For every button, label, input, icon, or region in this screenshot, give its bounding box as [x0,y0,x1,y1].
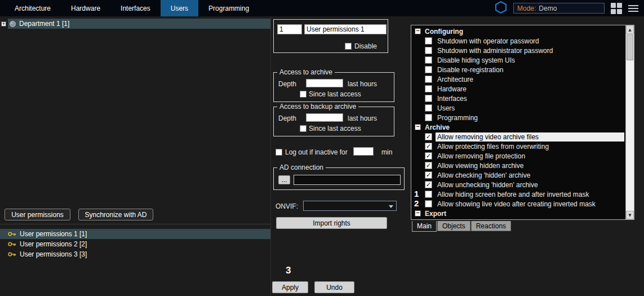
scroll-up-icon[interactable]: ▲ [626,25,634,34]
rights-item-label[interactable]: Programming [436,113,479,122]
rights-checkbox[interactable] [425,66,432,73]
rights-item-row: ✓Allow checking 'hidden' archive [411,170,625,180]
tab-programming[interactable]: Programming [198,0,259,16]
rights-item-label[interactable]: Shutdown with administrator password [436,46,554,55]
layout-grid-icon[interactable] [611,3,622,14]
rights-checkbox[interactable]: ✓ [425,181,432,188]
tab-interfaces[interactable]: Interfaces [110,0,161,16]
rights-item-row: ✓Allow removing file protection [411,151,625,161]
annotation-3: 3 [286,265,291,276]
permission-list-item[interactable]: User permissions 2 [2] [0,239,270,249]
disable-label: Disable [354,42,377,50]
onvif-dropdown[interactable] [303,201,397,211]
rights-checkbox[interactable]: ✓ [425,162,432,169]
tree-row-department[interactable]: + Department 1 [1] [0,19,270,29]
annotation-marker: 1 [414,189,419,198]
undo-button[interactable]: Undo [314,281,354,293]
rights-tab-reactions[interactable]: Reactions [471,221,511,231]
rights-checkbox[interactable] [425,191,432,198]
rights-item-label[interactable]: Hardware [436,85,468,94]
ad-connection-input[interactable] [294,175,401,185]
archive-since-checkbox[interactable] [300,91,307,98]
archive-since-label: Since last access [309,90,361,98]
import-rights-button[interactable]: Import rights [276,217,387,229]
rights-tab-main[interactable]: Main [412,221,437,232]
backup-depth-input[interactable] [306,113,343,122]
rights-checkbox[interactable] [425,47,432,54]
logout-minutes-input[interactable] [353,147,374,156]
rights-item-label[interactable]: Allow showing live video after creating … [436,200,597,209]
rights-item-label[interactable]: Shutdown with operator password [436,37,541,46]
apply-button[interactable]: Apply [272,281,308,293]
mode-value: Demo [539,5,557,12]
department-icon [9,20,16,28]
rights-checkbox[interactable] [425,85,432,92]
logout-inactive-checkbox[interactable] [276,149,282,156]
synchronize-with-ad-button[interactable]: Synchronize with AD [78,209,153,220]
backup-depth-label: Depth [278,114,296,122]
rights-item-label[interactable]: Interfaces [436,94,469,103]
expand-toggle-icon[interactable]: − [415,28,421,34]
mode-label: Mode: [517,5,536,12]
rights-item-label[interactable]: Allow viewing hidden archive [436,161,525,170]
expand-toggle-icon[interactable]: − [415,210,421,217]
rights-item-label[interactable]: Allow protecting files from overwriting [436,142,550,151]
logout-inactive-label: Log out if inactive for [285,148,348,156]
vertical-scrollbar[interactable]: ▲ ▼ [625,25,634,219]
rights-checkbox[interactable] [425,76,432,83]
tab-architecture[interactable]: Architecture [5,0,61,16]
access-to-backup-archive-group: Access to backup archive Depth last hour… [273,107,394,136]
scrollbar-thumb[interactable] [627,34,633,60]
rights-checkbox[interactable]: ✓ [425,143,432,150]
department-selection[interactable]: Department 1 [1] [8,19,270,29]
rights-checkbox[interactable] [425,95,432,102]
user-permissions-button[interactable]: User permissions [5,209,70,220]
scroll-down-icon[interactable]: ▼ [626,211,634,219]
rights-checkbox[interactable] [425,104,432,112]
rights-checkbox[interactable] [425,200,432,207]
backup-since-checkbox[interactable] [300,125,307,132]
rights-checkbox[interactable] [425,37,432,45]
permission-editor-panel: Disable Access to archive Depth last hou… [271,16,410,296]
rights-item-label[interactable]: Disable hiding system UIs [436,56,517,65]
mode-status-box: Mode: Demo [513,3,605,14]
rights-item-label[interactable]: Allow removing video archive files [436,132,624,142]
backup-unit-label: last hours [348,114,377,122]
rights-tab-objects[interactable]: Objects [437,221,470,231]
archive-depth-input[interactable] [306,79,343,87]
id-input[interactable] [277,24,302,34]
name-input[interactable] [304,24,387,34]
rights-item-label[interactable]: Architecture [436,75,475,84]
backup-group-title: Access to backup archive [277,103,358,111]
topbar-tabs: ArchitectureHardwareInterfacesUsersProgr… [5,0,259,16]
tab-users[interactable]: Users [161,0,198,16]
permission-list-item[interactable]: User permissions 1 [1] [0,229,270,239]
expand-plus-icon[interactable]: + [1,21,6,26]
rights-checkbox[interactable] [425,56,432,64]
archive-unit-label: last hours [348,80,377,88]
expand-toggle-icon[interactable]: − [415,124,421,130]
rights-item-label[interactable]: Allow checking 'hidden' archive [436,171,532,180]
rights-checkbox[interactable]: ✓ [425,152,432,160]
rights-item-label[interactable]: Allow unchecking 'hidden' archive [436,180,540,189]
ad-browse-button[interactable]: ... [278,175,290,184]
permission-list-item[interactable]: User permissions 3 [3] [0,249,270,259]
rights-item-label[interactable]: Disable re-registration [436,65,505,74]
tab-hardware[interactable]: Hardware [61,0,110,16]
rights-checkbox[interactable]: ✓ [425,133,432,140]
rights-item-label[interactable]: Users [436,104,456,113]
rights-panel: −ConfiguringShutdown with operator passw… [410,16,638,296]
rights-item-label[interactable]: Allow removing file protection [436,152,527,161]
disable-checkbox[interactable] [345,43,352,50]
rights-checkbox[interactable]: ✓ [425,171,432,179]
app-window: ArchitectureHardwareInterfacesUsersProgr… [0,0,644,296]
key-icon [8,231,16,237]
rights-checkbox[interactable] [425,114,432,121]
menu-icon[interactable] [628,5,638,12]
rights-item-label[interactable]: Allow hiding screen before and after inv… [436,190,590,199]
permission-item-label: User permissions 3 [3] [20,250,87,258]
backup-since-label: Since last access [309,125,361,132]
rights-item-row: Shutdown with administrator password [411,46,625,55]
rights-item-row: ✓Allow unchecking 'hidden' archive [411,180,625,189]
rights-item-row: ✓Allow viewing hidden archive [411,161,625,170]
